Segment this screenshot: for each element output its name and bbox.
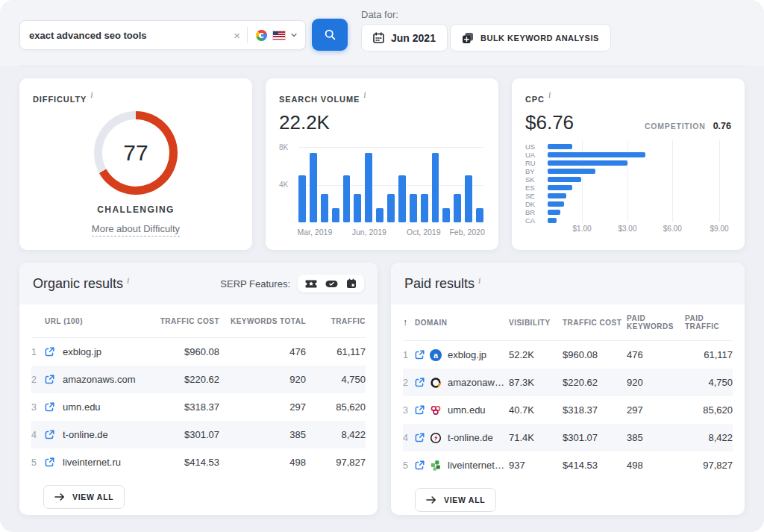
search-button[interactable] bbox=[312, 19, 348, 51]
visibility-value: 87.3K bbox=[509, 377, 563, 388]
arrow-right-icon bbox=[426, 495, 436, 504]
result-url[interactable]: exblog.jp bbox=[63, 346, 148, 357]
traffic-cost-value: $414.53 bbox=[563, 460, 627, 471]
external-link-icon[interactable] bbox=[45, 457, 63, 467]
result-url[interactable]: liveinternet.ru bbox=[63, 457, 148, 468]
keyword-search-box: × bbox=[19, 20, 306, 50]
paid-keywords-value: 920 bbox=[627, 377, 685, 388]
column-header-paid-keywords[interactable]: PAID KEYWORDS bbox=[627, 314, 685, 331]
more-about-difficulty-link[interactable]: More about Difficulty bbox=[92, 223, 180, 237]
external-link-icon[interactable] bbox=[45, 375, 63, 384]
external-link-icon[interactable] bbox=[415, 350, 430, 360]
external-link-icon[interactable] bbox=[45, 347, 63, 357]
result-url[interactable]: amazonaws.com bbox=[63, 374, 148, 385]
serp-feature-star-ticket-icon[interactable] bbox=[305, 279, 317, 289]
top-bar: × Data for: Jun 2021 BULK KEYWORD ANALYS… bbox=[0, 0, 764, 66]
row-number: 1 bbox=[31, 347, 45, 357]
difficulty-status-label: CHALLENGING bbox=[33, 204, 239, 215]
cpc-bar-track bbox=[548, 201, 719, 207]
cpc-country-row: CA bbox=[525, 216, 719, 225]
favicon-exblog-icon: a bbox=[430, 349, 448, 361]
traffic-cost-value: $318.37 bbox=[563, 404, 627, 416]
column-header-domain[interactable]: DOMAIN bbox=[415, 319, 509, 327]
result-url[interactable]: umn.edu bbox=[63, 401, 148, 413]
keywords-total-value: 297 bbox=[219, 401, 306, 413]
result-domain[interactable]: t-online.de bbox=[448, 432, 509, 443]
volume-bar bbox=[321, 194, 328, 222]
info-icon[interactable]: i bbox=[478, 275, 480, 286]
cpc-bar bbox=[548, 193, 566, 198]
sort-ascending-icon[interactable]: ↑ bbox=[403, 317, 415, 328]
difficulty-donut-chart: 77 bbox=[94, 111, 178, 195]
organic-table-body: 1exblog.jp$960.0847661,1172amazonaws.com… bbox=[31, 338, 366, 476]
cpc-country-row: BY bbox=[525, 167, 719, 175]
column-header-traffic-cost[interactable]: TRAFFIC COST bbox=[148, 317, 219, 325]
volume-bar bbox=[465, 175, 472, 222]
search-input[interactable] bbox=[20, 30, 227, 41]
info-icon[interactable]: i bbox=[363, 90, 366, 100]
traffic-value: 61,117 bbox=[306, 346, 366, 357]
result-url[interactable]: t-online.de bbox=[63, 429, 148, 440]
external-link-icon[interactable] bbox=[415, 405, 430, 415]
serp-feature-calendar-icon[interactable] bbox=[346, 278, 357, 289]
result-domain[interactable]: amazonaws.com bbox=[448, 377, 509, 388]
external-link-icon[interactable] bbox=[415, 378, 430, 387]
external-link-icon[interactable] bbox=[415, 460, 430, 470]
info-icon[interactable]: i bbox=[127, 275, 129, 286]
cpc-value: $6.76 bbox=[525, 111, 574, 134]
bulk-keyword-analysis-button[interactable]: BULK KEYWORD ANALYSIS bbox=[450, 24, 611, 51]
traffic-cost-value: $414.53 bbox=[148, 457, 219, 468]
column-header-traffic[interactable]: TRAFFIC bbox=[306, 317, 366, 325]
organic-results-card: Organic resultsi SERP Features: URL (100… bbox=[19, 263, 378, 515]
volume-bar bbox=[376, 208, 383, 222]
external-link-icon[interactable] bbox=[415, 433, 430, 442]
result-domain[interactable]: umn.edu bbox=[448, 404, 509, 416]
google-icon bbox=[256, 30, 267, 41]
column-header-visibility[interactable]: VISIBILITY bbox=[509, 319, 563, 327]
column-header-traffic-cost[interactable]: TRAFFIC COST bbox=[563, 319, 627, 327]
cpc-chart: USUARUBYSKESSEDKBRCA $1.00$3.00$6.00$9.0… bbox=[525, 140, 731, 234]
clear-search-icon[interactable]: × bbox=[227, 30, 247, 41]
volume-bar bbox=[476, 208, 483, 222]
paid-view-all-button[interactable]: VIEW ALL bbox=[415, 488, 496, 512]
row-number: 1 bbox=[403, 350, 415, 360]
x-tick-label: $9.00 bbox=[710, 225, 728, 233]
search-volume-card: SEARCH VOLUMEi 22.2K 8K 4K Mar, 2019Jun,… bbox=[266, 78, 498, 250]
keywords-total-value: 920 bbox=[219, 374, 306, 385]
paid-view-all-label: VIEW ALL bbox=[444, 495, 485, 504]
favicon-amazonaws-icon bbox=[430, 377, 448, 389]
cpc-bar-track bbox=[548, 193, 719, 198]
row-number: 5 bbox=[31, 457, 45, 468]
country-label: BR bbox=[525, 208, 548, 216]
cpc-bar-track bbox=[548, 210, 719, 215]
country-label: DK bbox=[525, 200, 548, 208]
paid-results-title: Paid results bbox=[404, 276, 475, 291]
keywords-total-value: 498 bbox=[219, 457, 306, 468]
paid-traffic-value: 4,750 bbox=[685, 377, 733, 388]
serp-features-box bbox=[298, 275, 364, 292]
column-header-url[interactable]: URL (100) bbox=[45, 317, 148, 325]
info-icon[interactable]: i bbox=[90, 90, 93, 100]
external-link-icon[interactable] bbox=[45, 402, 63, 412]
result-domain[interactable]: liveinternet.ru bbox=[448, 460, 509, 471]
favicon-liveinternet-icon bbox=[430, 460, 448, 472]
result-domain[interactable]: exblog.jp bbox=[448, 349, 509, 360]
info-icon[interactable]: i bbox=[548, 90, 551, 100]
organic-view-all-button[interactable]: VIEW ALL bbox=[43, 485, 125, 509]
paid-table-row: 3umn.edu40.7K$318.3729785,620 bbox=[403, 396, 733, 424]
chevron-down-icon bbox=[291, 32, 297, 38]
bulk-keyword-analysis-label: BULK KEYWORD ANALYSIS bbox=[480, 34, 599, 43]
column-header-keywords-total[interactable]: KEYWORDS TOTAL bbox=[219, 317, 306, 325]
row-number: 4 bbox=[403, 433, 415, 443]
column-header-paid-traffic[interactable]: PAID TRAFFIC bbox=[685, 314, 733, 331]
country-label: CA bbox=[525, 216, 548, 225]
organic-results-title: Organic results bbox=[33, 276, 123, 291]
arrow-right-icon bbox=[54, 492, 65, 501]
search-volume-card-title: SEARCH VOLUME bbox=[279, 95, 360, 104]
serp-feature-pill-check-icon[interactable] bbox=[325, 280, 338, 288]
search-engine-selector[interactable] bbox=[248, 30, 305, 41]
external-link-icon[interactable] bbox=[45, 430, 63, 439]
date-picker-button[interactable]: Jun 2021 bbox=[361, 24, 448, 51]
difficulty-score: 77 bbox=[102, 119, 169, 187]
traffic-cost-value: $220.62 bbox=[563, 377, 627, 388]
